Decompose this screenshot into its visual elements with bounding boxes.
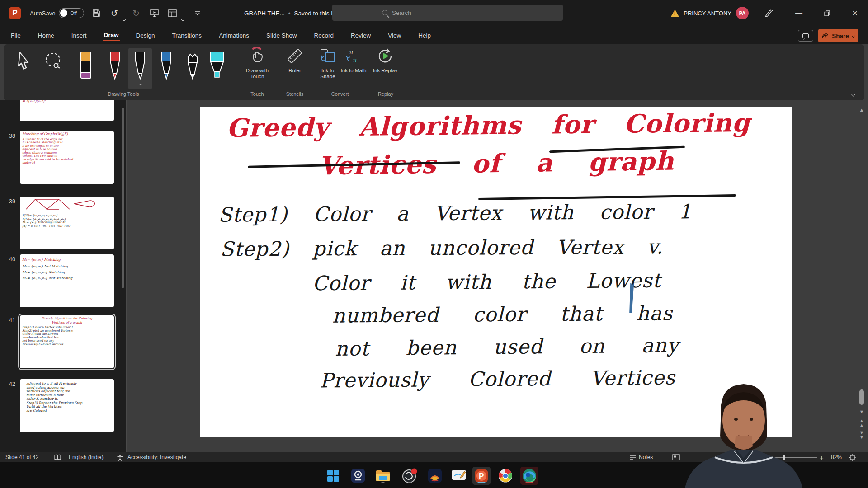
scroll-down-icon[interactable]: ▼ — [858, 409, 865, 414]
search-input[interactable]: Search — [332, 5, 563, 21]
thumbnail-scrollbar[interactable] — [122, 108, 124, 288]
eraser-tool-button[interactable] — [74, 48, 98, 89]
preview-dropdown-icon[interactable] — [180, 14, 185, 25]
restore-button[interactable] — [816, 0, 837, 26]
draw-with-touch-label: Draw with Touch — [240, 68, 274, 80]
avatar[interactable]: PA — [736, 7, 749, 19]
autosave-control[interactable]: AutoSave Off — [30, 0, 84, 26]
tab-home[interactable]: Home — [37, 30, 55, 41]
language-indicator[interactable]: English (India) — [69, 452, 104, 462]
fit-slide-to-window-icon[interactable] — [849, 452, 856, 462]
undo-icon[interactable]: ↺ — [108, 7, 120, 19]
tab-insert[interactable]: Insert — [71, 30, 88, 41]
tab-slide-show[interactable]: Slide Show — [265, 30, 298, 41]
thumbnail-slide-39[interactable]: V(G)= {v₁,v₂,v₃,v₄,v₅,v₆} E(G)= {e₁,e₂,e… — [20, 197, 114, 249]
save-icon[interactable] — [90, 7, 102, 19]
next-slide-icon[interactable]: ▼▼ — [858, 430, 865, 439]
spellcheck-icon[interactable] — [54, 452, 61, 462]
user-account-area[interactable]: PRINCY ANTONY PA — [671, 0, 773, 26]
close-button[interactable]: × — [844, 0, 865, 26]
vertical-scrollbar-thumb[interactable] — [859, 389, 864, 405]
comments-button[interactable] — [798, 30, 813, 42]
start-button[interactable] — [324, 467, 342, 485]
redo-icon[interactable]: ↻ — [130, 7, 142, 19]
obs-studio-icon[interactable] — [401, 467, 419, 485]
slide-body-line4: numbered color that has — [332, 301, 673, 327]
chrome-icon[interactable] — [496, 467, 514, 485]
pencil-tool-button[interactable] — [181, 48, 204, 89]
tab-animations[interactable]: Animations — [218, 30, 250, 41]
thumbnail-text: M₃= {e₁,e₄} Not Matching M₄= {e₁,e₅,e₃} … — [20, 262, 114, 281]
accessibility-status[interactable]: Accessibility: Investigate — [127, 452, 186, 462]
tab-record[interactable]: Record — [313, 30, 335, 41]
powerpoint-taskbar-icon[interactable]: P — [472, 467, 491, 485]
tab-help[interactable]: Help — [417, 30, 432, 41]
customize-quick-access-icon[interactable] — [192, 7, 203, 19]
thumbnail-slide-37-partial[interactable]: = λ(λ-1)(λ-2) (1+λ = λ(λ-1)(λ-2)(λ-2) = … — [20, 100, 114, 121]
powerpoint-window: P AutoSave Off ↺ ↻ GRAPH THE... • Saved … — [0, 0, 868, 488]
video-app-icon[interactable] — [426, 467, 444, 485]
running-indicator — [408, 482, 411, 483]
tab-draw[interactable]: Draw — [103, 30, 120, 41]
zoom-level[interactable]: 82% — [831, 452, 842, 462]
whiteboard-app-icon[interactable] — [450, 467, 468, 485]
previous-slide-icon[interactable]: ▲▲ — [858, 418, 865, 427]
thumbnail-slide-41-selected[interactable]: Greedy Algorithms for Coloring Vertices … — [20, 315, 114, 368]
preview-grid-icon[interactable] — [166, 7, 178, 19]
thumbnail-text: Step1) Color a Vertex with color 1 Step2… — [20, 324, 114, 346]
start-slideshow-icon[interactable] — [148, 7, 160, 19]
tab-design[interactable]: Design — [135, 30, 156, 41]
minimize-button[interactable]: — — [788, 0, 809, 26]
slide-body-line6: Previously Colored Vertices — [320, 366, 675, 392]
slide-indicator[interactable]: Slide 41 of 42 — [5, 452, 38, 462]
select-tool-button[interactable] — [12, 48, 35, 89]
toggle-knob — [60, 9, 67, 17]
share-button[interactable]: Share — [818, 29, 858, 42]
highlighter-tool-button[interactable] — [205, 48, 229, 89]
ink-replay-icon — [376, 47, 394, 65]
tab-review[interactable]: Review — [350, 30, 372, 41]
lasso-select-button[interactable] — [42, 48, 65, 89]
pen-options-chevron-icon[interactable] — [139, 79, 142, 87]
camera-app-icon[interactable] — [349, 467, 367, 485]
svg-text:π: π — [353, 56, 357, 64]
ink-presenter-icon[interactable] — [764, 9, 773, 18]
share-label: Share — [832, 33, 849, 39]
active-indicator — [477, 482, 486, 483]
thumbnail-slide-40[interactable]: M₂= {e₁,e₅} Matching M₃= {e₁,e₄} Not Mat… — [20, 254, 114, 307]
scroll-up-icon[interactable]: ▲ — [858, 108, 865, 112]
ink-to-shape-button[interactable]: Ink to Shape — [314, 47, 342, 80]
zoom-in-button[interactable]: + — [820, 452, 824, 462]
thumbnail-slide-38[interactable]: Matching of Graphs(M⊆E) A Subset M of th… — [20, 131, 114, 184]
ink-replay-button[interactable]: Ink Replay — [371, 47, 400, 74]
collapse-ribbon-icon[interactable] — [852, 89, 855, 98]
powerpoint-app-icon[interactable]: P — [7, 0, 23, 26]
document-title[interactable]: GRAPH THE... • Saved to this PC — [244, 0, 345, 26]
red-pen-button[interactable] — [103, 48, 127, 89]
ink-to-math-button[interactable]: ππ Ink to Math — [340, 47, 367, 74]
notes-button[interactable]: Notes — [629, 452, 653, 462]
ruler-button[interactable]: Ruler — [278, 47, 312, 74]
edge-icon[interactable] — [520, 467, 538, 485]
warning-icon[interactable] — [671, 9, 679, 17]
draw-with-touch-button[interactable]: Draw with Touch — [240, 47, 274, 80]
slide-number-39: 39 — [2, 198, 15, 205]
tab-transitions[interactable]: Transitions — [171, 30, 203, 41]
file-explorer-icon[interactable] — [374, 467, 392, 485]
ribbon-tab-row: File Home Insert Draw Design Transitions… — [0, 26, 868, 44]
thumbnail-text: = λ(λ-1)(λ-2) (1+λ = λ(λ-1)(λ-2)(λ-2) = … — [20, 100, 114, 103]
search-placeholder: Search — [392, 9, 411, 16]
black-pen-button-selected[interactable] — [128, 48, 152, 89]
tab-file[interactable]: File — [10, 30, 22, 41]
blue-pen-button[interactable] — [155, 48, 178, 89]
accessibility-icon[interactable] — [117, 452, 123, 462]
undo-dropdown-icon[interactable] — [121, 14, 127, 25]
thumbnail-slide-42[interactable]: adjacent to v. if all Previously used co… — [20, 379, 114, 432]
doc-separator: • — [288, 10, 291, 17]
slide-body-line3: Color it with the Lowest — [312, 269, 661, 295]
ink-to-shape-icon — [319, 47, 336, 65]
tab-view[interactable]: View — [387, 30, 402, 41]
user-name: PRINCY ANTONY — [684, 10, 731, 17]
autosave-toggle[interactable]: Off — [59, 8, 84, 18]
title-bar: P AutoSave Off ↺ ↻ GRAPH THE... • Saved … — [0, 0, 868, 26]
